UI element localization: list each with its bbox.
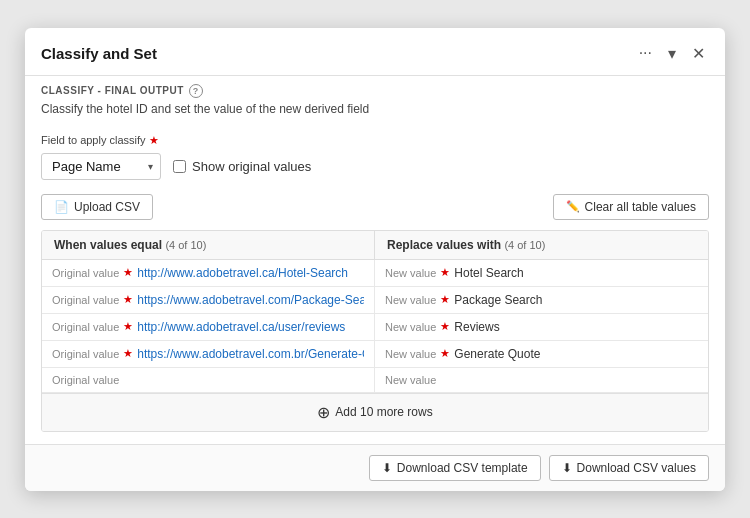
new-value-input-1[interactable] (454, 266, 698, 280)
select-wrapper: Page Name ▾ (41, 153, 161, 180)
more-options-button[interactable]: ··· (635, 42, 656, 64)
classify-modal: Classify and Set ··· ▾ ✕ CLASSIFY - FINA… (25, 28, 725, 491)
more-icon: ··· (639, 44, 652, 61)
table-row: Original value ★ New value ★ (42, 260, 708, 287)
table-cell-right-2: New value ★ (375, 287, 708, 313)
col1-header: When values equal (4 of 10) (42, 231, 375, 259)
table-cell-left-1: Original value ★ (42, 260, 375, 286)
download-values-icon: ⬇ (562, 461, 572, 475)
table-row: Original value ★ New value ★ (42, 341, 708, 368)
original-value-input-1[interactable] (137, 266, 364, 280)
close-icon: ✕ (692, 45, 705, 62)
field-select[interactable]: Page Name (41, 153, 161, 180)
clear-all-button[interactable]: ✏️ Clear all table values (553, 194, 709, 220)
original-value-input-2[interactable] (137, 293, 364, 307)
download-template-icon: ⬇ (382, 461, 392, 475)
clear-icon: ✏️ (566, 200, 580, 213)
table-header: When values equal (4 of 10) Replace valu… (42, 231, 708, 260)
modal-description: Classify the hotel ID and set the value … (41, 102, 709, 116)
modal-title: Classify and Set (41, 45, 157, 62)
classify-badge: CLASSIFY - FINAL OUTPUT ? (41, 84, 709, 98)
add-icon: ⊕ (317, 403, 330, 422)
field-row: Page Name ▾ Show original values (41, 153, 709, 180)
table-cell-right-1: New value ★ (375, 260, 708, 286)
header-actions: ··· ▾ ✕ (635, 42, 709, 65)
modal-header: Classify and Set ··· ▾ ✕ (25, 28, 725, 76)
close-button[interactable]: ✕ (688, 42, 709, 65)
table-cell-left-3: Original value ★ (42, 314, 375, 340)
required-indicator: ★ (149, 134, 159, 146)
modal-footer: ⬇ Download CSV template ⬇ Download CSV v… (25, 444, 725, 491)
table-row: Original value ★ New value ★ (42, 314, 708, 341)
table-cell-right-3: New value ★ (375, 314, 708, 340)
toolbar-row: 📄 Upload CSV ✏️ Clear all table values (41, 194, 709, 220)
new-value-input-2[interactable] (454, 293, 698, 307)
original-value-input-4[interactable] (137, 347, 364, 361)
collapse-button[interactable]: ▾ (664, 42, 680, 65)
field-label: Field to apply classify ★ (41, 134, 709, 147)
modal-body: Field to apply classify ★ Page Name ▾ Sh… (25, 122, 725, 444)
new-value-input-3[interactable] (454, 320, 698, 334)
original-value-input-3[interactable] (137, 320, 364, 334)
table-cell-right-5: New value (375, 368, 708, 392)
table-cell-left-2: Original value ★ (42, 287, 375, 313)
new-value-input-4[interactable] (454, 347, 698, 361)
modal-subheader: CLASSIFY - FINAL OUTPUT ? Classify the h… (25, 76, 725, 122)
table-cell-left-4: Original value ★ (42, 341, 375, 367)
help-icon[interactable]: ? (189, 84, 203, 98)
col2-header: Replace values with (4 of 10) (375, 231, 708, 259)
download-values-button[interactable]: ⬇ Download CSV values (549, 455, 709, 481)
table-cell-left-5: Original value (42, 368, 375, 392)
upload-csv-button[interactable]: 📄 Upload CSV (41, 194, 153, 220)
show-original-checkbox-label[interactable]: Show original values (173, 159, 311, 174)
show-original-checkbox[interactable] (173, 160, 186, 173)
table-cell-right-4: New value ★ (375, 341, 708, 367)
download-template-button[interactable]: ⬇ Download CSV template (369, 455, 541, 481)
chevron-down-icon: ▾ (668, 45, 676, 62)
add-rows-button[interactable]: ⊕ Add 10 more rows (42, 393, 708, 431)
table-row: Original value ★ New value ★ (42, 287, 708, 314)
classify-table: When values equal (4 of 10) Replace valu… (41, 230, 709, 432)
table-row: Original value New value (42, 368, 708, 393)
upload-icon: 📄 (54, 200, 69, 214)
